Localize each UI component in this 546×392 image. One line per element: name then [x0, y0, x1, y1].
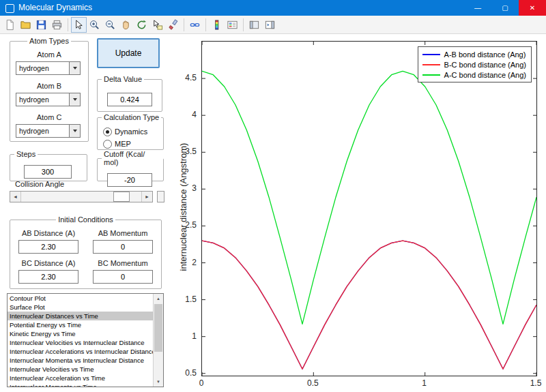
chevron-down-icon[interactable]	[69, 125, 80, 137]
update-button[interactable]: Update	[97, 38, 160, 68]
legend-entry: B-C bond distance (Ang)	[422, 59, 526, 70]
atom-b-dropdown[interactable]: hydrogen	[16, 93, 81, 106]
legend-label: B-C bond distance (Ang)	[444, 61, 526, 69]
listbox-scrollbar[interactable]: ▲ ▼	[153, 294, 163, 387]
cutoff-input[interactable]	[107, 173, 152, 187]
slider-thumb[interactable]	[113, 192, 130, 202]
y-tick-label: 3.5	[169, 147, 197, 156]
radio-icon	[103, 127, 112, 136]
show-plot-tools-icon[interactable]	[262, 17, 278, 33]
x-tick-label: 1	[411, 378, 438, 388]
bc-momentum-label: BC Momentum	[89, 259, 157, 267]
app-window: Molecular Dynamics — ▢ ✕ Atom Types Atom…	[0, 0, 546, 392]
print-figure-icon[interactable]	[49, 17, 65, 33]
list-item[interactable]: Internuclear Velocities vs Internuclear …	[8, 338, 153, 347]
brush-data-icon[interactable]	[165, 17, 181, 33]
open-file-icon[interactable]	[18, 17, 33, 33]
legend-line-sample	[422, 64, 440, 65]
maximize-button[interactable]: ▢	[491, 0, 519, 16]
steps-input[interactable]	[24, 165, 72, 179]
collision-angle-slider[interactable]: ◄ ►	[10, 191, 153, 202]
x-tick-label: 0	[188, 378, 215, 388]
plot-type-listbox[interactable]: Contour PlotSurface PlotInternuclear Dis…	[7, 293, 164, 387]
atom-types-title: Atom Types	[27, 37, 71, 45]
list-item[interactable]: Internuclear Momenta vs Time	[8, 382, 153, 387]
y-tick-label: 2.5	[169, 220, 197, 230]
atom-c-label: Atom C	[10, 113, 88, 121]
atom-c-dropdown[interactable]: hydrogen	[16, 124, 81, 138]
slider-right-arrow-icon[interactable]: ►	[141, 192, 152, 202]
y-tick-label: 1.5	[169, 295, 197, 304]
ab-distance-label: AB Distance (A)	[14, 229, 83, 237]
y-tick-label: 2	[169, 258, 197, 267]
toolbar-separator	[205, 18, 206, 31]
list-item[interactable]: Potential Energy vs Time	[8, 320, 153, 329]
delta-value-panel: Delta Value	[97, 75, 162, 112]
radio-icon	[103, 140, 112, 149]
insert-legend-icon[interactable]	[225, 17, 240, 33]
bc-momentum-input[interactable]	[93, 270, 153, 284]
hide-plot-tools-icon[interactable]	[246, 17, 262, 33]
scroll-up-icon[interactable]: ▲	[154, 294, 163, 303]
list-item[interactable]: Internulear Velocities vs Time	[8, 365, 153, 374]
plot-axes[interactable]: A-B bond distance (Ang)B-C bond distance…	[201, 41, 537, 376]
close-button[interactable]: ✕	[519, 0, 546, 16]
atom-a-dropdown[interactable]: hydrogen	[16, 61, 81, 75]
link-plot-icon[interactable]	[187, 17, 203, 33]
rotate-3d-icon[interactable]	[134, 17, 149, 33]
delta-value-title: Delta Value	[102, 75, 144, 83]
insert-colorbar-icon[interactable]	[209, 17, 225, 33]
list-item[interactable]: Contour Plot	[8, 294, 153, 303]
scrollbar-thumb[interactable]	[154, 304, 162, 352]
pan-icon[interactable]	[118, 17, 134, 33]
ab-distance-input[interactable]	[18, 240, 78, 254]
toolbar-separator	[68, 18, 68, 31]
initial-conditions-panel: Initial Conditions AB Distance (A) AB Mo…	[10, 215, 162, 289]
legend-line-sample	[422, 74, 440, 76]
listbox-items: Contour PlotSurface PlotInternuclear Dis…	[8, 294, 153, 387]
collision-angle-label: Collision Angle	[15, 180, 64, 188]
calculation-type-title: Calculation Type	[102, 113, 161, 121]
zoom-out-icon[interactable]	[102, 17, 118, 33]
list-item[interactable]: Internuclear Accelerations vs Internucle…	[8, 347, 153, 356]
legend-label: A-C bond distance (Ang)	[444, 71, 526, 79]
delta-value-input[interactable]	[107, 93, 152, 106]
cutoff-title: Cutoff (Kcal/ mol)	[102, 150, 163, 166]
list-item[interactable]: Kinetic Energy vs Time	[8, 329, 153, 338]
radio-dynamics[interactable]: Dynamics	[103, 127, 147, 136]
list-item[interactable]: Internuclear Acceleration vs Time	[8, 374, 153, 382]
y-tick-label: 0.5	[169, 368, 197, 378]
chevron-down-icon[interactable]	[69, 62, 80, 74]
plot-legend[interactable]: A-B bond distance (Ang)B-C bond distance…	[418, 46, 532, 82]
list-item[interactable]: Internuclear Momenta vs Internuclear Dis…	[8, 356, 153, 365]
atom-b-value: hydrogen	[19, 93, 68, 106]
title-bar: Molecular Dynamics — ▢ ✕	[0, 0, 546, 16]
atom-b-label: Atom B	[10, 82, 88, 90]
ab-momentum-input[interactable]	[93, 240, 153, 254]
radio-mep[interactable]: MEP	[103, 139, 131, 149]
slider-fragment[interactable]	[157, 191, 164, 202]
edit-plot-icon[interactable]	[71, 17, 87, 33]
atom-a-value: hydrogen	[19, 62, 68, 74]
window-title: Molecular Dynamics	[18, 0, 92, 16]
list-item[interactable]: Surface Plot	[8, 303, 153, 312]
data-cursor-icon[interactable]	[149, 17, 165, 33]
new-figure-icon[interactable]	[2, 17, 18, 33]
bc-distance-input[interactable]	[18, 270, 78, 284]
legend-entry: A-B bond distance (Ang)	[422, 49, 526, 59]
radio-mep-label: MEP	[115, 140, 131, 148]
toolbar-separator	[243, 18, 244, 31]
zoom-in-icon[interactable]	[87, 17, 102, 33]
y-tick-label: 1	[169, 331, 197, 341]
slider-left-arrow-icon[interactable]: ◄	[10, 192, 21, 202]
chevron-down-icon[interactable]	[69, 93, 80, 106]
legend-line-sample	[422, 54, 440, 55]
cutoff-panel: Cutoff (Kcal/ mol)	[97, 150, 164, 181]
list-item[interactable]: Internuclear Distances vs Time	[8, 312, 153, 320]
save-figure-icon[interactable]	[33, 17, 49, 33]
y-tick-label: 4	[169, 110, 197, 119]
y-tick-label: 3	[169, 183, 197, 193]
minimize-button[interactable]: —	[464, 0, 491, 16]
x-tick-label: 0.5	[299, 378, 326, 388]
scroll-down-icon[interactable]: ▼	[154, 377, 163, 387]
